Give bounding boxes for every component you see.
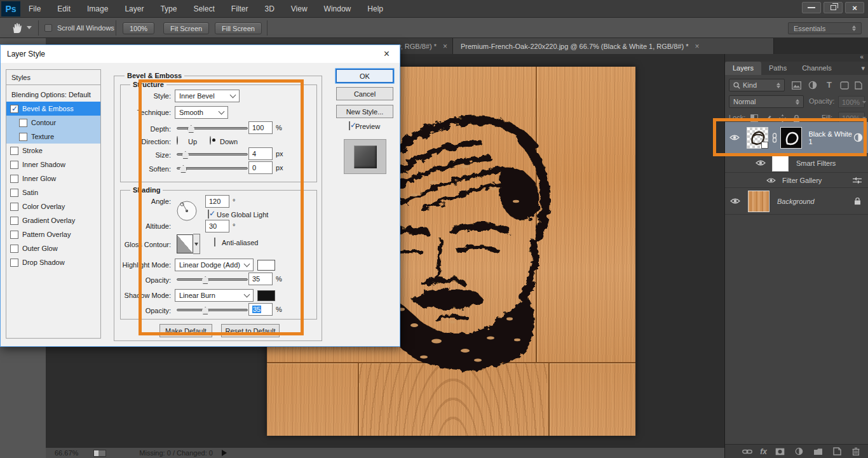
blend-mode-select[interactable]: Normal bbox=[729, 95, 804, 108]
adjustment-indicator-icon[interactable] bbox=[852, 132, 864, 144]
workspace-selector[interactable]: Essentials bbox=[788, 22, 862, 34]
checkbox[interactable] bbox=[19, 133, 27, 141]
visibility-eye-icon[interactable] bbox=[729, 196, 742, 207]
new-group-icon[interactable] bbox=[811, 446, 824, 457]
ok-button[interactable]: OK bbox=[336, 69, 393, 83]
technique-select[interactable]: Smooth bbox=[175, 106, 228, 119]
menu-window[interactable]: Window bbox=[316, 0, 360, 18]
shadow-opacity-input[interactable]: 35 bbox=[248, 303, 273, 316]
anti-aliased-checkbox[interactable] bbox=[214, 238, 215, 246]
fit-screen-button[interactable]: Fit Screen bbox=[163, 22, 209, 34]
slider-thumb[interactable] bbox=[201, 307, 209, 314]
style-item-texture[interactable]: Texture bbox=[6, 130, 100, 144]
style-item-drop-shadow[interactable]: Drop Shadow bbox=[6, 255, 100, 269]
style-item-inner-shadow[interactable]: Inner Shadow bbox=[6, 158, 100, 172]
layer-name[interactable]: Black & White 1 bbox=[808, 130, 852, 145]
menu-help[interactable]: Help bbox=[359, 0, 391, 18]
checkbox[interactable] bbox=[19, 119, 27, 127]
tab-paths[interactable]: Paths bbox=[761, 62, 794, 75]
layer-row-black-and-white[interactable]: Black & White 1 bbox=[725, 122, 868, 154]
layer-row-filter-gallery[interactable]: Filter Gallery bbox=[725, 173, 868, 188]
menu-image[interactable]: Image bbox=[79, 0, 116, 18]
kind-filter-select[interactable]: Kind bbox=[729, 79, 785, 91]
background-thumbnail[interactable] bbox=[748, 191, 770, 212]
highlight-opacity-slider[interactable] bbox=[177, 275, 248, 284]
shadow-color-swatch[interactable] bbox=[257, 290, 275, 301]
scroll-all-windows-checkbox[interactable] bbox=[44, 24, 52, 32]
tool-preset-dropdown-icon[interactable] bbox=[27, 26, 32, 29]
checkbox[interactable] bbox=[10, 259, 18, 267]
dialog-title-bar[interactable]: Layer Style × bbox=[1, 45, 400, 63]
direction-up-radio[interactable] bbox=[177, 136, 178, 145]
checkbox[interactable] bbox=[10, 203, 18, 211]
slider-thumb[interactable] bbox=[187, 125, 195, 133]
style-item-outer-glow[interactable]: Outer Glow bbox=[6, 241, 100, 255]
panel-menu-icon[interactable]: ▾ bbox=[861, 64, 865, 72]
size-input[interactable]: 4 bbox=[248, 147, 273, 160]
reset-to-default-button[interactable]: Reset to Default bbox=[221, 324, 280, 337]
filter-name[interactable]: Filter Gallery bbox=[782, 177, 822, 184]
close-button[interactable]: × bbox=[845, 2, 864, 13]
angle-dial[interactable] bbox=[176, 200, 198, 222]
new-style-button[interactable]: New Style... bbox=[336, 105, 393, 118]
gloss-contour-dropdown[interactable] bbox=[193, 234, 200, 254]
gloss-contour-thumbnail[interactable] bbox=[177, 234, 193, 253]
checkbox-checked[interactable] bbox=[10, 105, 18, 113]
style-item-blending-options[interactable]: Blending Options: Default bbox=[6, 88, 100, 102]
menu-filter[interactable]: Filter bbox=[223, 0, 257, 18]
add-layer-mask-icon[interactable] bbox=[773, 446, 786, 457]
depth-slider[interactable] bbox=[177, 124, 248, 133]
shadow-opacity-slider[interactable] bbox=[177, 306, 248, 314]
status-menu-arrow-icon[interactable] bbox=[222, 450, 227, 456]
visibility-eye-icon[interactable] bbox=[729, 132, 740, 144]
zoom-level[interactable]: 66.67% bbox=[55, 449, 78, 457]
cancel-button[interactable]: Cancel bbox=[336, 87, 393, 100]
layer-name[interactable]: Smart Filters bbox=[796, 159, 836, 167]
style-item-color-overlay[interactable]: Color Overlay bbox=[6, 199, 100, 213]
highlight-color-swatch[interactable] bbox=[257, 260, 275, 271]
checkbox[interactable] bbox=[10, 161, 18, 169]
style-item-stroke[interactable]: Stroke bbox=[6, 144, 100, 158]
filter-shape-layers-icon[interactable] bbox=[838, 79, 851, 91]
filter-adjustment-layers-icon[interactable] bbox=[806, 79, 819, 91]
layer-row-background[interactable]: Background bbox=[725, 188, 868, 215]
opacity-value[interactable]: 100% bbox=[838, 96, 865, 108]
menu-layer[interactable]: Layer bbox=[116, 0, 152, 18]
slider-thumb[interactable] bbox=[201, 276, 209, 284]
fill-screen-button[interactable]: Fill Screen bbox=[215, 22, 262, 34]
highlight-opacity-input[interactable]: 35 bbox=[248, 273, 273, 285]
filter-pixel-layers-icon[interactable] bbox=[790, 79, 803, 91]
checkbox[interactable] bbox=[10, 245, 18, 253]
angle-input[interactable]: 120 bbox=[205, 195, 229, 208]
link-layers-icon[interactable] bbox=[741, 446, 754, 457]
depth-input[interactable]: 100 bbox=[248, 121, 273, 134]
style-item-contour[interactable]: Contour bbox=[6, 116, 100, 130]
filter-blending-options-icon[interactable] bbox=[851, 175, 864, 186]
menu-type[interactable]: Type bbox=[152, 0, 185, 18]
direction-down-radio[interactable] bbox=[210, 136, 211, 145]
shadow-mode-select[interactable]: Linear Burn bbox=[175, 289, 254, 302]
altitude-input[interactable]: 30 bbox=[205, 220, 229, 232]
soften-slider[interactable] bbox=[177, 164, 248, 173]
tab-close-icon[interactable]: × bbox=[695, 42, 699, 51]
filter-type-layers-icon[interactable]: T bbox=[823, 79, 836, 90]
filter-smart-objects-icon[interactable] bbox=[852, 79, 865, 91]
tab-channels[interactable]: Channels bbox=[794, 62, 839, 75]
checkbox[interactable] bbox=[10, 147, 18, 155]
menu-select[interactable]: Select bbox=[185, 0, 222, 18]
visibility-eye-icon[interactable] bbox=[764, 175, 777, 186]
menu-3d[interactable]: 3D bbox=[256, 0, 282, 18]
style-item-inner-glow[interactable]: Inner Glow bbox=[6, 172, 100, 185]
dialog-close-icon[interactable]: × bbox=[380, 48, 393, 60]
make-default-button[interactable]: Make Default bbox=[159, 324, 212, 337]
menu-file[interactable]: File bbox=[20, 0, 49, 18]
highlight-mode-select[interactable]: Linear Dodge (Add) bbox=[175, 259, 254, 271]
layer-name[interactable]: Background bbox=[777, 198, 815, 205]
menu-view[interactable]: View bbox=[283, 0, 316, 18]
tab-layers[interactable]: Layers bbox=[725, 62, 761, 75]
size-slider[interactable] bbox=[177, 150, 248, 159]
style-item-pattern-overlay[interactable]: Pattern Overlay bbox=[6, 227, 100, 241]
style-select[interactable]: Inner Bevel bbox=[175, 90, 240, 102]
layer-mask-link-icon[interactable] bbox=[769, 132, 780, 144]
collapse-panels-icon[interactable]: « bbox=[860, 53, 864, 60]
